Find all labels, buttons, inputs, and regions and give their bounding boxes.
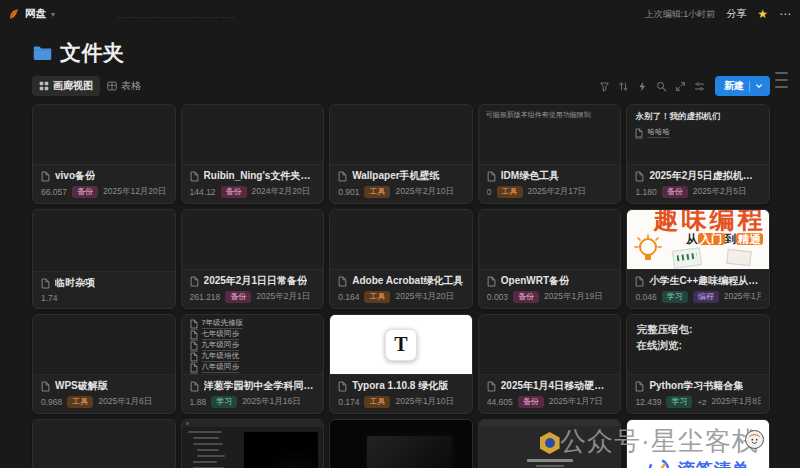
page-link-label: 九年级培优 [202,352,240,361]
card-info: vivo备份 66.057备份2025年12月20日 [33,165,175,203]
filter-icon[interactable] [595,79,614,94]
chevron-down-icon[interactable] [755,82,763,90]
folder-card[interactable]: 可能最新版本组件有使用功能限制 IDM绿色工具 0工具2025年2月17日 [478,104,622,204]
tag-pill: 学习 [662,291,688,303]
folder-card[interactable]: Wallpaper手机壁纸 0.901工具2025年2月10日 [329,104,473,204]
folder-card[interactable]: WPS破解版 0.968工具2025年1月6日 [32,314,176,414]
page-link[interactable]: 七年级同步 [190,330,316,340]
card-info: 2025年2月1日日常备份 261.218备份2025年2月1日 [182,270,324,308]
text: 精通 [736,233,763,245]
card-title: WPS破解版 [55,379,108,393]
ide-file-tree [188,431,236,468]
tab-label: 表格 [121,79,141,93]
sort-icon[interactable] [614,79,633,94]
expand-icon[interactable] [671,79,690,94]
card-size: 261.218 [190,292,221,302]
tag-pill: 学习 [666,396,692,408]
tag-pill: 工具 [364,291,390,303]
folder-card[interactable]: 永别了！我的虚拟机们哈哈哈 2025年2月5日虚拟机告别备份 1.180备份20… [626,104,770,204]
folder-card[interactable]: T Typora 1.10.8 绿化版 0.174工具2025年1月10日 [329,314,473,414]
folder-card[interactable]: 完整压缩包:在线浏览: Python学习书籍合集 12.439学习+22025年… [626,314,770,414]
card-meta: 0.046学习编程2025年1月16日 [635,291,761,303]
page-link[interactable]: 九年级培优 [190,352,316,362]
card-meta: 12.439学习+22025年1月8日 [635,396,761,408]
card-preview [330,420,472,468]
card-meta: 1.88学习2025年1月16日 [190,396,316,408]
lightning-icon[interactable] [633,79,652,94]
card-info: 洋葱学园初中全学科同步+培优 1.88学习2025年1月16日 [182,375,324,413]
card-preview: 完整压缩包:在线浏览: [627,315,769,375]
assistant-button[interactable] [745,430,764,449]
folder-card[interactable]: Ruibin_Ning's文件夹备份 144.12备份2024年2月20日 [181,104,325,204]
search-icon[interactable] [652,79,671,94]
card-preview [330,210,472,270]
card-title: 2025年1月4日移动硬盘系统备份 [501,379,613,393]
card-title: Python学习书籍合集 [649,379,743,393]
folder-card[interactable]: OpenWRT备份 0.003备份2025年1月19日 [478,209,622,309]
text: 到 [725,233,737,245]
page-link[interactable]: 7年级先修版 [190,319,316,329]
card-preview [182,420,324,468]
favorite-star-icon[interactable]: ★ [757,8,768,20]
folder-card[interactable]: vivo备份 66.057备份2025年12月20日 [32,104,176,204]
chart-thumbnail [672,247,702,269]
card-meta: 0.003备份2025年1月19日 [487,291,613,303]
page-icon [635,381,644,392]
tab-table-view[interactable]: 表格 [100,76,148,96]
card-date: 2025年12月20日 [103,186,166,198]
card-title: vivo备份 [55,169,95,183]
folder-card[interactable]: Adobe Acrobat绿化工具 0.164工具2025年1月20日 [329,209,473,309]
card-meta: 0工具2025年2月17日 [487,186,613,198]
card-size: 1.180 [635,187,656,197]
page-icon [190,341,198,352]
page-link-label: 八年级同步 [202,363,240,372]
tab-gallery-view[interactable]: 画廊视图 [32,76,100,96]
last-edited-label: 上次编辑:1小时前 [645,8,716,21]
card-date: 2025年1月7日 [549,396,603,408]
folder-card[interactable]: 7年级先修版七年级同步九年级同步九年级培优八年级同步八年级培优 洋葱学园初中全学… [181,314,325,414]
text: 入门 [698,233,725,245]
page-link[interactable]: 八年级培优 [190,374,316,375]
folder-card[interactable]: 2025年2月1日日常备份 261.218备份2025年2月1日 [181,209,325,309]
page-icon [338,381,347,392]
page-title: 文件夹 [60,39,125,67]
folder-card[interactable] [478,419,622,468]
page-icon [338,171,347,182]
tag-pill: 工具 [67,396,93,408]
tag-pill: 备份 [225,291,251,303]
tag-pill: 备份 [221,186,247,198]
card-info: 2025年1月4日移动硬盘系统备份 44.605备份2025年1月7日 [479,375,621,413]
gallery-view-icon [39,81,49,91]
preview-note-line: 可能最新版本组件有使用功能限制 [486,110,614,120]
check-circle-icon [647,457,671,468]
new-button[interactable]: 新建 [715,76,770,96]
folder-card[interactable]: 临时杂项 1.74 [32,209,176,309]
share-button[interactable]: 分享 [726,7,746,21]
laptop-screen-photo [367,436,452,468]
card-info: WPS破解版 0.968工具2025年1月6日 [33,375,175,413]
card-meta: 261.218备份2025年2月1日 [190,291,316,303]
folder-card[interactable]: 趣味编程从入门到精通 小学生C++趣味编程从入门到精通 0.046学习编程202… [626,209,770,309]
page-link[interactable]: 哈哈哈 [635,128,761,138]
page-icon [190,171,199,182]
outline-indicator[interactable] [775,72,788,88]
card-preview: T [330,315,472,375]
more-options-button[interactable]: ⋯ [779,8,792,20]
card-date: 2025年2月5日 [693,186,747,198]
breadcrumb-page[interactable]: 网盘 [25,7,46,21]
page-link[interactable]: 九年级同步 [190,341,316,351]
folder-card[interactable]: 2025年1月4日移动硬盘系统备份 44.605备份2025年1月7日 [478,314,622,414]
folder-card[interactable] [32,419,176,468]
settings-sliders-icon[interactable] [690,79,709,94]
card-date: 2025年1月16日 [724,291,761,303]
book-cover-subtitle: 从入门到精通 [686,232,763,247]
card-size: 1.74 [41,293,58,303]
workspace-logo-icon[interactable] [8,8,20,20]
folder-icon [32,43,53,64]
page-link[interactable]: 八年级同步 [190,363,316,373]
folder-card[interactable] [329,419,473,468]
card-preview [182,105,324,165]
folder-card[interactable] [181,419,325,468]
card-date: 2025年1月10日 [395,396,454,408]
table-view-icon [107,81,117,91]
